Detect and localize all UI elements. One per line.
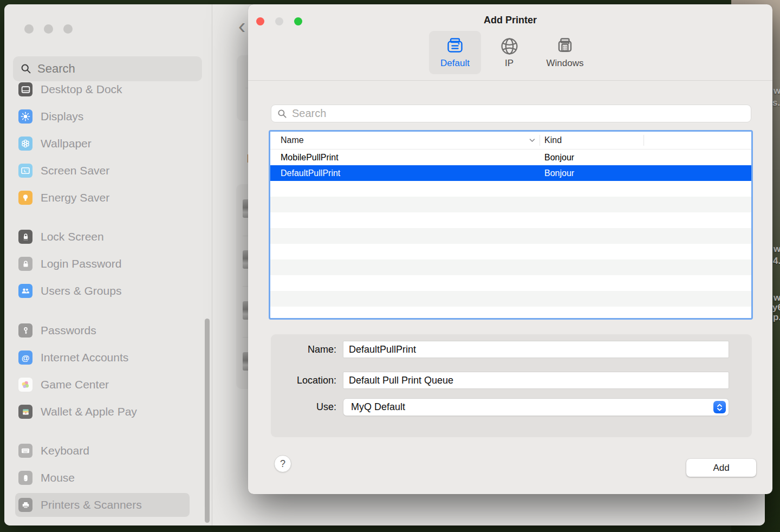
displays-icon <box>18 109 32 124</box>
sidebar-item-keyboard[interactable]: Keyboard <box>4 437 212 464</box>
name-field[interactable] <box>343 341 729 358</box>
search-placeholder: Search <box>37 62 75 76</box>
search-icon <box>277 109 287 119</box>
toolbar-separator <box>248 80 772 81</box>
table-row[interactable]: MobilePullPrint Bonjour <box>270 150 751 165</box>
printer-type-tabbar: Default IP <box>248 31 772 74</box>
default-printer-icon <box>445 35 465 57</box>
column-header-name[interactable]: Name <box>270 135 540 145</box>
desktop-icon-label-fragment: 4. <box>773 256 780 267</box>
desktop-icon-label-fragment: w <box>774 86 780 96</box>
keyboard-icon <box>18 444 32 458</box>
popup-stepper-icon <box>713 401 726 413</box>
game-center-icon <box>18 378 32 392</box>
chevron-down-icon <box>529 138 535 142</box>
desktop-dock-icon <box>18 82 32 96</box>
desktop-icon-label-fragment: s. <box>772 98 780 108</box>
desktop-icon-label-fragment: y6 <box>772 302 780 313</box>
sidebar-item-mouse[interactable]: Mouse <box>4 464 212 491</box>
close-icon[interactable] <box>24 24 34 34</box>
empty-row <box>270 212 751 228</box>
column-header-extra <box>644 135 751 146</box>
sidebar-item-wallet[interactable]: Wallet & Apple Pay <box>4 398 212 425</box>
use-label: Use: <box>271 401 343 413</box>
dialog-title: Add Printer <box>248 15 772 26</box>
energy-saver-icon <box>18 191 32 205</box>
sidebar-scrollbar[interactable] <box>205 319 210 523</box>
login-password-icon <box>18 257 32 271</box>
search-icon <box>21 63 31 74</box>
zoom-icon[interactable] <box>63 24 73 34</box>
internet-accounts-icon: @ <box>18 351 32 365</box>
add-printer-dialog: Add Printer Default <box>248 4 772 494</box>
search-input[interactable] <box>292 107 745 120</box>
sidebar-item-displays[interactable]: Displays <box>4 103 212 130</box>
globe-icon <box>499 35 519 57</box>
tab-default[interactable]: Default <box>429 31 481 74</box>
tab-ip[interactable]: IP <box>484 31 534 74</box>
column-header-kind[interactable]: Kind <box>540 135 644 146</box>
back-chevron-icon[interactable]: ‹ <box>238 14 245 38</box>
sidebar-item-lock-screen[interactable]: Lock Screen <box>4 223 212 250</box>
window-controls-inactive[interactable] <box>24 24 73 34</box>
screen-saver-icon <box>18 164 32 178</box>
help-button[interactable]: ? <box>274 455 291 472</box>
location-field[interactable] <box>343 372 729 389</box>
desktop-icon-label-fragment: w <box>774 244 780 255</box>
empty-row <box>270 197 751 212</box>
sidebar-item-users-groups[interactable]: Users & Groups <box>4 277 212 304</box>
sidebar-item-passwords[interactable]: Passwords <box>4 317 212 344</box>
users-groups-icon <box>18 284 32 298</box>
empty-row <box>270 181 751 197</box>
settings-sidebar: Search Desktop & Dock Displays Wallpaper… <box>4 4 212 525</box>
empty-row <box>270 228 751 244</box>
empty-row <box>270 244 751 259</box>
sidebar-item-wallpaper[interactable]: Wallpaper <box>4 130 212 157</box>
sidebar-item-internet-accounts[interactable]: @ Internet Accounts <box>4 344 212 371</box>
table-header: Name Kind <box>270 132 751 150</box>
empty-row <box>270 259 751 275</box>
sidebar-item-energy-saver[interactable]: Energy Saver <box>4 184 212 211</box>
minimize-icon[interactable] <box>44 24 53 34</box>
table-row-selected[interactable]: DefaultPullPrint Bonjour <box>270 165 751 181</box>
empty-row <box>270 275 751 291</box>
sidebar-item-login-password[interactable]: Login Password <box>4 250 212 277</box>
windows-printer-icon <box>555 35 575 57</box>
sidebar-item-game-center[interactable]: Game Center <box>4 371 212 398</box>
add-button[interactable]: Add <box>686 459 756 477</box>
printer-search-field[interactable] <box>271 105 751 122</box>
empty-row <box>270 291 751 307</box>
wallet-icon <box>18 405 32 419</box>
desktop-icon-label-fragment: w <box>774 293 780 303</box>
location-label: Location: <box>271 375 343 386</box>
wallpaper-icon <box>18 137 32 151</box>
printer-table: Name Kind MobilePullPrint Bonjour Defaul… <box>269 130 753 320</box>
desktop-icon-label-fragment: p. <box>773 312 780 323</box>
passwords-icon <box>18 323 32 338</box>
tab-windows[interactable]: Windows <box>537 31 593 74</box>
sidebar-item-screen-saver[interactable]: Screen Saver <box>4 157 212 184</box>
lock-screen-icon <box>18 230 32 244</box>
name-label: Name: <box>271 344 343 355</box>
sidebar-item-desktop-dock[interactable]: Desktop & Dock <box>4 76 212 103</box>
printer-details-panel: Name: Location: Use: MyQ Default <box>271 334 752 437</box>
mouse-icon <box>18 471 32 485</box>
printers-scanners-icon <box>18 498 32 512</box>
use-dropdown[interactable]: MyQ Default <box>343 398 729 416</box>
sidebar-item-printers-scanners[interactable]: Printers & Scanners <box>4 491 212 518</box>
